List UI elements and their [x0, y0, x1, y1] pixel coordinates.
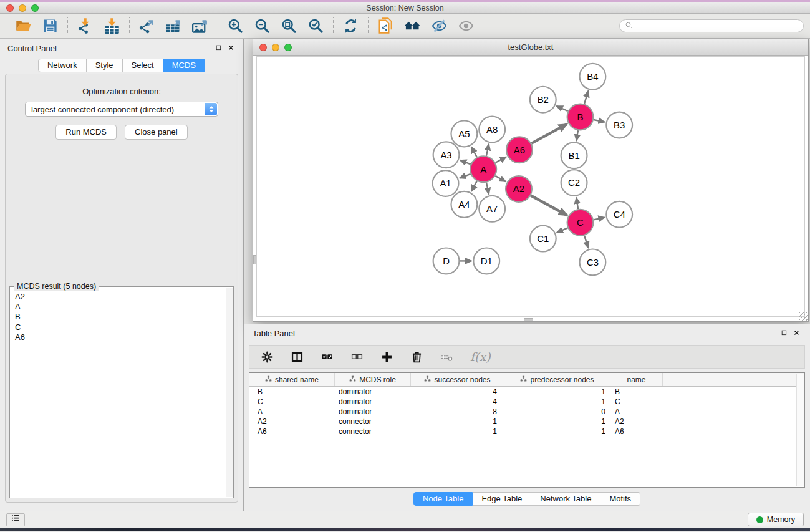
graph-node-B4[interactable]: B4: [580, 64, 606, 90]
export-network-icon[interactable]: [138, 17, 155, 34]
graph-node-A7[interactable]: A7: [479, 196, 505, 222]
table-cell[interactable]: 1: [504, 417, 610, 426]
table-cell[interactable]: dominator: [335, 387, 411, 396]
column-header-shared-name[interactable]: shared name: [249, 373, 335, 386]
table-row[interactable]: Bdominator41B: [249, 387, 804, 397]
table-cell[interactable]: 1: [411, 417, 504, 426]
graph-edge-A-A2[interactable]: [495, 176, 506, 181]
close-window-button[interactable]: [6, 4, 14, 12]
table-cell[interactable]: B: [249, 387, 335, 396]
close-panel-icon[interactable]: [228, 44, 236, 52]
table-row[interactable]: Adominator80A: [249, 407, 804, 417]
graph-node-A[interactable]: A: [470, 156, 496, 182]
mcds-result-item[interactable]: B: [15, 312, 228, 322]
refresh-layout-icon[interactable]: [342, 17, 359, 34]
graph-edge-A-A8[interactable]: [486, 144, 489, 156]
graph-edge-C-C1[interactable]: [557, 228, 568, 233]
graph-node-A1[interactable]: A1: [433, 170, 459, 196]
open-session-icon[interactable]: [15, 17, 32, 34]
graph-edge-B-B4[interactable]: [584, 91, 588, 104]
tab-motifs[interactable]: Motifs: [600, 492, 640, 506]
resize-grip[interactable]: [799, 312, 808, 321]
graph-edge-C-C4[interactable]: [594, 218, 605, 220]
tab-select[interactable]: Select: [123, 59, 163, 72]
toggle-columns-icon[interactable]: [291, 351, 304, 364]
minimize-network-window-button[interactable]: [272, 44, 279, 51]
table-cell[interactable]: C: [610, 397, 663, 406]
graph-edge-A-A1[interactable]: [460, 174, 471, 178]
vertical-scrollbar-thumb[interactable]: [253, 255, 256, 264]
zoom-in-icon[interactable]: [227, 17, 244, 34]
table-cell[interactable]: 8: [411, 407, 504, 416]
table-cell[interactable]: C: [249, 397, 335, 406]
graph-node-B2[interactable]: B2: [530, 87, 556, 113]
graph-edge-A-A3[interactable]: [460, 160, 471, 165]
table-cell[interactable]: 0: [504, 407, 610, 416]
column-header-mcds-role[interactable]: MCDS role: [335, 373, 411, 386]
graph-node-D[interactable]: D: [433, 248, 460, 274]
first-neighbors-houses-icon[interactable]: [404, 17, 421, 34]
zoom-window-button[interactable]: [31, 4, 39, 12]
minimize-window-button[interactable]: [19, 4, 26, 12]
table-cell[interactable]: 1: [411, 427, 504, 436]
tab-edge-table[interactable]: Edge Table: [473, 492, 531, 506]
unselect-all-columns-icon[interactable]: [350, 351, 364, 364]
graph-edge-A6-B[interactable]: [531, 124, 567, 143]
search-input[interactable]: [636, 22, 798, 31]
network-canvas[interactable]: B4B2BB3A8A5A6A3B1AA1C2A2A4A7C4CC1C3DD1: [256, 56, 805, 317]
tab-network-table[interactable]: Network Table: [531, 492, 600, 506]
column-header-predecessor-nodes[interactable]: predecessor nodes: [504, 373, 610, 386]
table-cell[interactable]: dominator: [335, 407, 411, 416]
graph-node-C1[interactable]: C1: [530, 226, 556, 252]
import-table-icon[interactable]: [104, 17, 120, 34]
criterion-dropdown[interactable]: largest connected component (directed): [25, 102, 218, 117]
graph-edge-B-B3[interactable]: [594, 120, 605, 122]
mcds-result-item[interactable]: A6: [15, 332, 228, 342]
hide-selected-eye-slash-icon[interactable]: [431, 17, 448, 34]
graph-node-A3[interactable]: A3: [433, 142, 460, 168]
graph-node-A2[interactable]: A2: [506, 176, 532, 202]
close-network-window-button[interactable]: [259, 44, 267, 51]
float-panel-icon[interactable]: [215, 44, 223, 52]
mcds-result-item[interactable]: A2: [15, 292, 228, 302]
graph-edge-B-B2[interactable]: [556, 106, 567, 112]
table-cell[interactable]: connector: [335, 417, 411, 426]
graph-node-B3[interactable]: B3: [606, 112, 632, 138]
graph-node-A4[interactable]: A4: [451, 191, 478, 218]
table-cell[interactable]: 1: [504, 397, 610, 406]
save-session-icon[interactable]: [42, 17, 59, 34]
search-box[interactable]: [619, 19, 804, 32]
table-cell[interactable]: A2: [610, 417, 663, 426]
settings-gear-icon[interactable]: [261, 351, 274, 364]
table-row[interactable]: Cdominator41C: [249, 397, 804, 407]
table-cell[interactable]: 4: [411, 387, 504, 396]
graph-edge-A-A4[interactable]: [471, 181, 477, 191]
task-history-button[interactable]: [6, 513, 25, 526]
table-cell[interactable]: 4: [411, 397, 504, 406]
graph-edge-C-C3[interactable]: [584, 236, 588, 248]
tab-mcds[interactable]: MCDS: [163, 59, 205, 72]
zoom-fit-icon[interactable]: [281, 17, 297, 34]
close-panel-button[interactable]: Close panel: [125, 125, 188, 140]
graph-edge-B-B1[interactable]: [576, 130, 578, 141]
result-scrollbar[interactable]: [226, 288, 233, 497]
graph-node-A6[interactable]: A6: [506, 137, 533, 163]
export-table-icon[interactable]: [165, 17, 182, 34]
graph-node-C[interactable]: C: [567, 210, 594, 236]
graph-edge-A-A6[interactable]: [496, 157, 506, 163]
table-cell[interactable]: A: [249, 407, 335, 416]
tab-network[interactable]: Network: [38, 59, 87, 72]
graph-node-B[interactable]: B: [567, 104, 594, 130]
graph-node-A5[interactable]: A5: [451, 121, 478, 147]
graph-node-C3[interactable]: C3: [580, 249, 606, 276]
tab-style[interactable]: Style: [87, 59, 123, 72]
graph-node-C2[interactable]: C2: [561, 170, 587, 196]
table-cell[interactable]: 1: [504, 387, 610, 396]
new-network-from-selection-icon[interactable]: [377, 17, 394, 34]
zoom-out-icon[interactable]: [254, 17, 271, 34]
graph-node-B1[interactable]: B1: [561, 142, 587, 168]
network-window-titlebar[interactable]: testGlobe.txt: [253, 39, 808, 56]
delete-columns-icon[interactable]: [410, 351, 423, 364]
column-header-name[interactable]: name: [610, 373, 663, 386]
horizontal-scrollbar-thumb[interactable]: [524, 318, 533, 321]
